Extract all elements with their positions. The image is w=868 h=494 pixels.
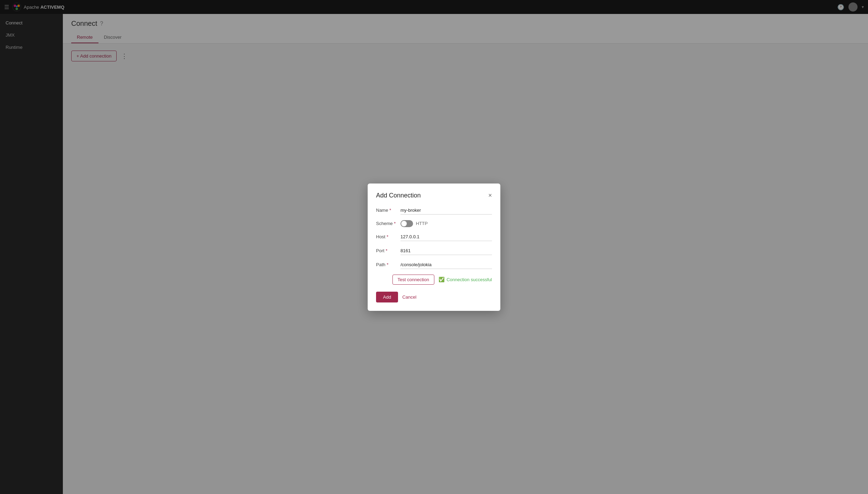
scheme-toggle-container: HTTP [400, 220, 428, 227]
port-input[interactable] [400, 247, 492, 255]
path-field-row: Path * [376, 261, 492, 269]
success-message: ✅ Connection successful [439, 277, 492, 282]
modal-header: Add Connection × [376, 192, 492, 199]
scheme-toggle[interactable] [400, 220, 413, 227]
scheme-field-row: Scheme * HTTP [376, 220, 492, 227]
host-input[interactable] [400, 233, 492, 241]
host-label: Host * [376, 234, 400, 239]
cancel-button[interactable]: Cancel [402, 294, 416, 300]
name-field-row: Name * [376, 206, 492, 215]
path-input[interactable] [400, 261, 492, 269]
name-input[interactable] [400, 206, 492, 215]
toggle-knob [401, 221, 407, 226]
port-field-row: Port * [376, 247, 492, 255]
test-connection-row: Test connection ✅ Connection successful [376, 275, 492, 285]
host-field-row: Host * [376, 233, 492, 241]
modal-overlay: Add Connection × Name * Scheme * HTTP [0, 0, 868, 494]
success-icon: ✅ [439, 277, 444, 282]
port-label: Port * [376, 248, 400, 253]
add-button[interactable]: Add [376, 292, 398, 302]
scheme-value-label: HTTP [416, 221, 428, 226]
add-connection-modal: Add Connection × Name * Scheme * HTTP [368, 184, 500, 311]
success-text: Connection successful [447, 277, 492, 282]
modal-close-button[interactable]: × [488, 192, 492, 199]
path-label: Path * [376, 262, 400, 267]
test-connection-button[interactable]: Test connection [392, 275, 434, 285]
modal-title: Add Connection [376, 192, 421, 199]
name-label: Name * [376, 208, 400, 213]
modal-footer: Add Cancel [376, 292, 492, 302]
scheme-label: Scheme * [376, 221, 400, 226]
